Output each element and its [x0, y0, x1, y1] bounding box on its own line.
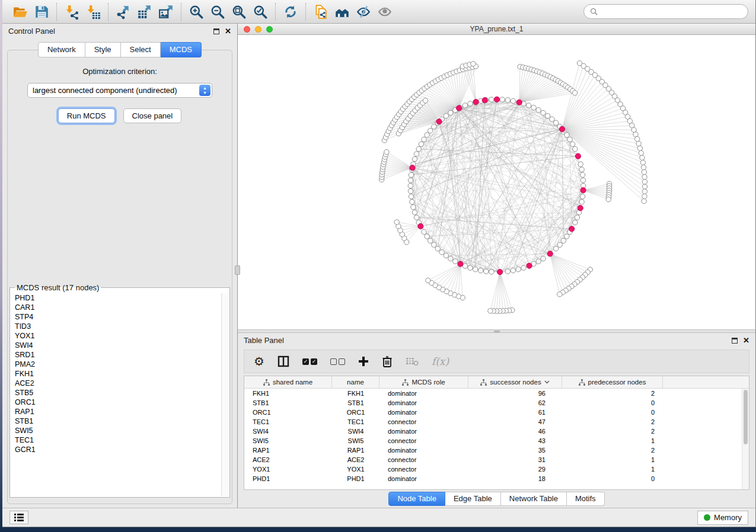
export-network-button[interactable] [113, 2, 134, 21]
show-all-button[interactable] [374, 2, 395, 21]
import-table-button[interactable] [82, 2, 104, 21]
table-row[interactable]: RAP1RAP1dominator352 [244, 446, 749, 455]
table-row[interactable]: FKH1FKH1dominator962 [244, 389, 749, 398]
table-row[interactable]: STB1STB1dominator620 [244, 398, 749, 408]
mcds-hub-node[interactable] [516, 100, 522, 105]
network-graph[interactable] [238, 35, 755, 329]
zoom-out-button[interactable] [207, 2, 228, 21]
result-node[interactable]: TID3 [15, 322, 228, 331]
mcds-hub-node[interactable] [410, 165, 415, 171]
tab-select[interactable]: Select [121, 42, 161, 57]
memory-button[interactable]: Memory [697, 511, 748, 525]
network-window-titlebar[interactable]: YPA_prune.txt_1 [238, 24, 755, 35]
save-session-button[interactable] [31, 2, 52, 21]
tab-edge-table[interactable]: Edge Table [445, 492, 501, 506]
result-node[interactable]: CAR1 [15, 303, 228, 312]
search-box[interactable] [583, 4, 748, 19]
criterion-select[interactable]: largest connected component (undirected)… [27, 83, 212, 98]
clone-network-button[interactable] [310, 2, 331, 21]
refresh-button[interactable] [280, 2, 301, 21]
table-settings-icon[interactable]: ⚙ [254, 355, 264, 367]
mcds-hub-node[interactable] [494, 97, 499, 102]
mcds-hub-node[interactable] [547, 251, 553, 257]
table-panel-splitter[interactable] [238, 329, 755, 333]
import-network-button[interactable] [61, 2, 82, 21]
close-panel-button[interactable]: Close panel [123, 108, 182, 123]
result-node[interactable]: STB1 [15, 416, 228, 426]
network-canvas[interactable] [238, 35, 755, 329]
show-column-icon[interactable] [277, 355, 289, 367]
table-row[interactable]: TEC1TEC1connector472 [244, 417, 749, 427]
mcds-hub-node[interactable] [482, 98, 487, 103]
result-node[interactable]: GCR1 [15, 445, 228, 454]
mcds-hub-node[interactable] [578, 206, 583, 211]
table-row[interactable]: ORC1ORC1dominator610 [244, 408, 749, 417]
table-row[interactable]: YOX1YOX1connector291 [244, 464, 749, 474]
open-file-button[interactable] [9, 2, 31, 21]
table-scrollbar-thumb[interactable] [744, 390, 748, 444]
mcds-hub-node[interactable] [580, 188, 586, 193]
column-header-mcds-role[interactable]: MCDS role [379, 376, 468, 388]
result-list-scrollbar[interactable] [221, 293, 228, 496]
close-panel-icon[interactable]: ✕ [225, 27, 231, 35]
table-row[interactable]: PHD1PHD1dominator180 [244, 474, 749, 483]
export-table-button[interactable] [134, 2, 155, 21]
column-header-name[interactable]: name [332, 376, 379, 388]
column-header-predecessor-nodes[interactable]: predecessor nodes [562, 376, 663, 388]
table-row[interactable]: SWI5SWI5connector431 [244, 436, 749, 446]
mcds-hub-node[interactable] [559, 126, 564, 132]
tab-network[interactable]: Network [38, 42, 85, 57]
float-panel-icon[interactable] [213, 28, 219, 34]
mcds-hub-node[interactable] [458, 261, 463, 267]
column-header-successor-nodes[interactable]: successor nodes [468, 376, 562, 388]
result-node[interactable]: PHD1 [15, 293, 228, 303]
window-maximize-icon[interactable] [266, 26, 273, 33]
column-header-shared-name[interactable]: shared name [244, 376, 332, 388]
window-minimize-icon[interactable] [255, 26, 261, 33]
result-node[interactable]: SRD1 [15, 350, 228, 360]
function-builder-icon[interactable]: f(x) [432, 355, 449, 367]
mcds-hub-node[interactable] [575, 153, 580, 159]
run-mcds-button[interactable]: Run MCDS [58, 108, 115, 123]
window-close-icon[interactable] [244, 26, 250, 33]
result-node[interactable]: FKH1 [15, 369, 228, 379]
result-node[interactable]: ACE2 [15, 379, 228, 388]
result-node[interactable]: SWI4 [15, 341, 228, 350]
mcds-hub-node[interactable] [497, 270, 502, 275]
table-row[interactable]: ACE2ACE2connector311 [244, 455, 749, 464]
table-scrollbar[interactable] [742, 389, 749, 489]
delete-column-icon[interactable] [382, 355, 393, 367]
tab-network-table[interactable]: Network Table [501, 492, 567, 506]
mcds-hub-node[interactable] [418, 223, 423, 229]
tab-motifs[interactable]: Motifs [567, 492, 605, 506]
tab-node-table[interactable]: Node Table [388, 492, 445, 506]
task-history-button[interactable] [9, 511, 28, 524]
result-node[interactable]: SWI5 [15, 426, 228, 435]
close-table-panel-icon[interactable]: ✕ [743, 336, 749, 344]
mcds-hub-node[interactable] [436, 119, 442, 124]
result-node[interactable]: STB5 [15, 388, 228, 398]
result-node[interactable]: ORC1 [15, 398, 228, 407]
panel-splitter-grip[interactable] [235, 265, 240, 275]
result-node[interactable]: RAP1 [15, 407, 228, 416]
mcds-hub-node[interactable] [457, 105, 462, 111]
result-node[interactable]: YOX1 [15, 331, 228, 341]
mcds-result-list[interactable]: PHD1CAR1STP4TID3YOX1SWI4SRD1PMA2FKH1ACE2… [14, 293, 228, 496]
select-all-icon[interactable]: ✓✓ [302, 358, 317, 365]
mcds-hub-node[interactable] [473, 100, 479, 105]
result-node[interactable]: PMA2 [15, 360, 228, 369]
deselect-all-icon[interactable] [330, 358, 345, 365]
mcds-hub-node[interactable] [527, 263, 532, 268]
hide-selected-button[interactable] [353, 2, 374, 21]
zoom-selected-button[interactable] [250, 2, 271, 21]
first-neighbors-button[interactable] [331, 2, 353, 21]
delete-table-icon[interactable] [406, 357, 419, 366]
search-input[interactable] [601, 8, 742, 16]
float-table-panel-icon[interactable] [732, 338, 738, 344]
result-node[interactable]: TEC1 [15, 435, 228, 445]
export-image-button[interactable] [155, 2, 177, 21]
table-row[interactable]: SWI4SWI4dominator462 [244, 427, 749, 436]
tab-style[interactable]: Style [85, 42, 121, 57]
mcds-hub-node[interactable] [569, 226, 575, 232]
zoom-fit-button[interactable] [228, 2, 250, 21]
